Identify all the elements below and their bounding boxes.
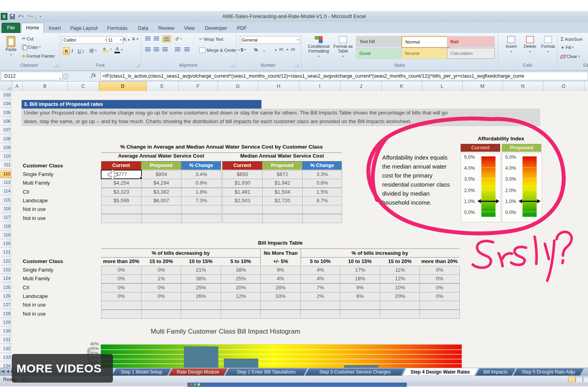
impacts-cell[interactable]: 18% <box>340 274 380 283</box>
row-header-117[interactable]: 117 <box>0 213 12 221</box>
name-box[interactable]: D112▾ <box>1 72 63 80</box>
cost-table-row-label-header[interactable]: Customer Class <box>23 162 63 170</box>
impacts-table-title[interactable]: Bill Impacts Table <box>101 240 459 249</box>
impacts-no-more-than-header[interactable]: No More Than <box>260 249 301 257</box>
impacts-cell[interactable]: 4% <box>300 266 341 275</box>
impacts-cell[interactable] <box>300 310 341 319</box>
impacts-cell[interactable]: 0% <box>419 292 460 301</box>
cost-table-cell[interactable] <box>262 205 303 214</box>
row-header-126[interactable]: 126 <box>0 292 12 300</box>
impacts-increasing-header[interactable]: % of bills increasing by <box>300 249 459 258</box>
cost-table-row-label[interactable]: Multi Family <box>23 179 50 187</box>
impacts-range-header[interactable]: 10 to 15% <box>181 257 221 265</box>
impacts-cell[interactable]: 33% <box>260 292 301 301</box>
cost-table-cell[interactable] <box>302 205 342 214</box>
impacts-row-label[interactable]: CII <box>23 283 29 292</box>
selected-cell-D112[interactable]: $777 <box>101 170 142 179</box>
number-dialog-launcher[interactable] <box>295 64 298 67</box>
grow-font-button[interactable]: A▲ <box>123 36 130 42</box>
impacts-row-label[interactable]: Not in use <box>23 310 46 318</box>
style-text-fill[interactable]: Text Fill <box>356 36 404 47</box>
impacts-cell[interactable]: 6% <box>340 292 380 301</box>
impacts-cell[interactable] <box>340 301 380 310</box>
column-header-I[interactable]: I <box>299 82 341 91</box>
impacts-cell[interactable]: 21% <box>181 266 221 275</box>
impacts-cell[interactable]: 0% <box>419 274 460 283</box>
impacts-cell[interactable]: 38% <box>221 266 261 275</box>
column-header-F[interactable]: F <box>178 82 218 91</box>
sheet-tab-step-4-design-water-rates[interactable]: Step 4 Design Water Rates <box>403 368 478 376</box>
row-header-116[interactable]: 116 <box>0 205 12 213</box>
impacts-cell[interactable]: 28% <box>260 283 301 292</box>
cost-table-cell[interactable]: $650 <box>222 170 263 179</box>
cost-table-cell[interactable] <box>181 214 221 223</box>
clipboard-dialog-launcher[interactable] <box>54 64 58 67</box>
paste-button[interactable]: Paste▾ <box>2 36 20 56</box>
row-header-130[interactable]: 130 <box>0 327 12 335</box>
impacts-cell[interactable]: 0% <box>101 266 142 275</box>
impacts-cell[interactable]: 0% <box>419 266 460 275</box>
cost-table-cell[interactable] <box>302 214 342 223</box>
impacts-cell[interactable]: 0% <box>141 283 181 292</box>
increase-decimal-button[interactable]: ▲.00 <box>274 47 283 51</box>
cost-table-cell[interactable]: 1.8% <box>181 188 221 197</box>
cost-table-cell[interactable]: $2,503 <box>222 196 263 205</box>
prev-sheet-icon[interactable]: ◀ <box>6 369 9 373</box>
sheet-tab-bill-impacts[interactable]: Bill Impacts <box>475 368 515 376</box>
wrap-text-button[interactable]: ↩ Wrap Text <box>199 36 223 42</box>
decrease-decimal-button[interactable]: ▼.00 <box>286 47 295 51</box>
ribbon-tab-data[interactable]: Data <box>133 24 153 33</box>
impacts-cell[interactable] <box>300 301 341 310</box>
sheet-tab-step-1-model-setup[interactable]: Step 1 Model Setup <box>112 368 171 376</box>
impacts-cell[interactable]: 10% <box>380 283 420 292</box>
format-painter-button[interactable]: ◆ Format Painter <box>22 53 55 58</box>
row-header-127[interactable]: 127 <box>0 301 12 309</box>
impacts-row-label[interactable]: Landscape <box>23 292 48 301</box>
font-family-select[interactable]: Calibri▾ <box>62 36 108 44</box>
align-right-button[interactable] <box>162 47 168 51</box>
impacts-cell[interactable]: 0% <box>101 292 142 301</box>
row-header-119[interactable]: 119 <box>0 231 12 239</box>
impacts-cell[interactable] <box>101 301 142 310</box>
impacts-cell[interactable]: 12% <box>221 292 261 301</box>
cost-table-cell[interactable]: 0.9% <box>181 179 221 188</box>
more-videos-overlay[interactable]: MORE VIDEOS <box>12 354 113 383</box>
ribbon-tab-home[interactable]: Home <box>21 23 44 33</box>
cost-table-cell[interactable]: 3.4% <box>181 170 221 179</box>
cost-table-cell[interactable]: $6,007 <box>141 196 181 205</box>
impacts-row-label[interactable]: Multi Family <box>23 274 50 283</box>
cost-table-col-header[interactable]: % Change <box>302 162 342 170</box>
sheet-tab-rate-design-module[interactable]: Rate Design Module <box>169 368 227 376</box>
autosum-button[interactable]: Σ AutoSum <box>561 36 583 42</box>
cost-table-cell[interactable]: $672 <box>262 170 303 179</box>
impacts-range-header[interactable]: more than 20% <box>101 257 141 265</box>
section-description[interactable]: Under your Proposed rates, the volume ch… <box>22 109 540 126</box>
impacts-cell[interactable]: 12% <box>380 274 420 283</box>
column-header-K[interactable]: K <box>381 82 422 91</box>
impacts-cell[interactable] <box>260 310 301 319</box>
align-middle-button[interactable] <box>154 36 159 40</box>
row-header-118[interactable]: 118 <box>0 222 12 230</box>
cost-table-cell[interactable] <box>141 214 181 223</box>
impacts-cell[interactable]: 1% <box>141 274 181 283</box>
row-header-105[interactable]: 105 <box>0 109 12 117</box>
cost-table-row-label[interactable]: CII <box>23 188 29 196</box>
impacts-cell[interactable] <box>380 301 420 310</box>
cost-table-col-header[interactable]: Proposed <box>262 162 302 170</box>
cost-table-cell[interactable]: $1,481 <box>222 188 263 197</box>
cost-table-cell[interactable]: $1,504 <box>262 188 303 197</box>
italic-button[interactable]: I <box>71 48 73 54</box>
align-left-button[interactable] <box>145 47 151 51</box>
column-header-E[interactable]: E <box>146 82 179 91</box>
font-size-select[interactable]: 11▾ <box>107 36 123 44</box>
column-header-L[interactable]: L <box>422 82 463 91</box>
normal-view-button[interactable] <box>568 377 575 383</box>
impacts-cell[interactable]: 25% <box>221 274 261 283</box>
cost-table-cell[interactable] <box>141 205 181 214</box>
row-header-108[interactable]: 108 <box>0 135 12 143</box>
row-header-134[interactable]: 134 <box>0 362 12 368</box>
column-header-D[interactable]: D <box>99 82 147 91</box>
sheet-tab-step-5-drought-rate-adju[interactable]: Step 5 Drought Rate Adju <box>513 368 584 376</box>
impacts-cell[interactable] <box>181 310 221 319</box>
row-header-121[interactable]: 121 <box>0 248 12 256</box>
